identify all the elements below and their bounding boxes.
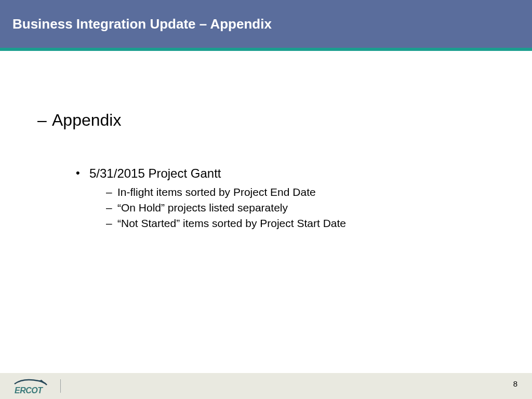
footer-divider <box>60 379 61 393</box>
slide-header: Business Integration Update – Appendix <box>0 0 532 48</box>
section-heading: Appendix <box>52 111 532 130</box>
logo: ERCOT <box>12 377 61 395</box>
sub-bullet-item: In-flight items sorted by Project End Da… <box>117 186 532 198</box>
slide-footer: ERCOT 8 <box>0 373 532 399</box>
slide-title: Business Integration Update – Appendix <box>12 16 272 32</box>
sub-bullet-item: “Not Started” items sorted by Project St… <box>117 217 532 230</box>
page-number: 8 <box>513 379 517 388</box>
slide-content: Appendix 5/31/2015 Project Gantt In-flig… <box>0 51 532 230</box>
svg-text:ERCOT: ERCOT <box>15 386 43 395</box>
sub-bullet-item: “On Hold” projects listed separately <box>117 202 532 214</box>
bullet-item: 5/31/2015 Project Gantt <box>89 166 532 181</box>
ercot-logo-icon: ERCOT <box>12 377 50 395</box>
